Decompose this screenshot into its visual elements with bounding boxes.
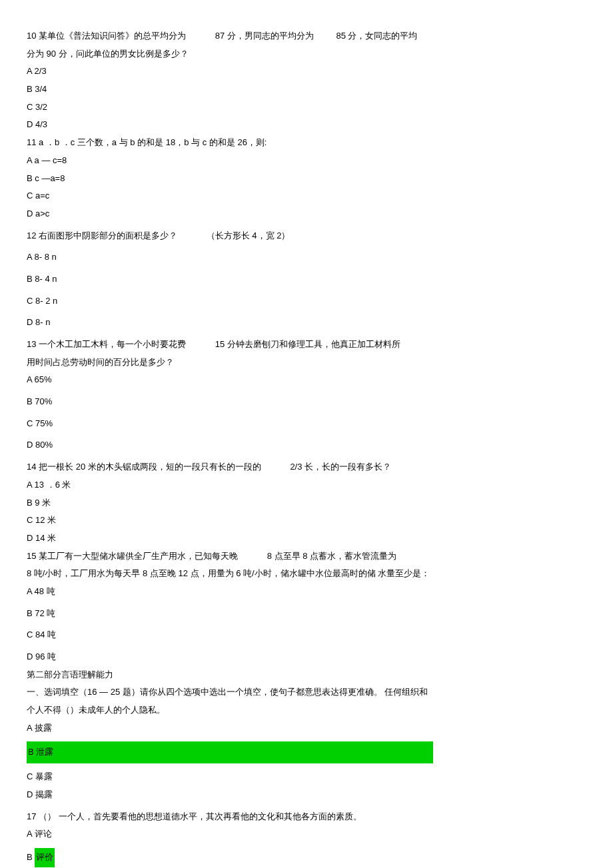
q15-p1: 15 某工厂有一大型储水罐供全厂生产用水，已知每天晚 <box>27 551 238 561</box>
q13-opt-a: A 65% <box>27 372 586 388</box>
q12-text: 12 右面图形中阴影部分的面积是多少？ （长方形长 4，宽 2） <box>27 228 586 244</box>
section2-intro2: 个人不得（）未成年人的个人隐私。 <box>27 702 586 719</box>
q15-p2: 8 点至早 8 点蓄水，蓄水管流量为 <box>267 551 396 561</box>
q13-opt-b: B 70% <box>27 394 586 410</box>
q14-opt-d: D 14 米 <box>27 530 586 547</box>
q14-p1: 14 把一根长 20 米的木头锯成两段，短的一段只有长的一段的 <box>27 462 261 472</box>
q13-opt-c: C 75% <box>27 416 586 432</box>
q16-opt-b-highlight: B 泄露 <box>27 741 433 763</box>
q13-p1: 13 一个木工加工木料，每一个小时要花费 <box>27 339 186 349</box>
q17-b-highlight: 评价 <box>35 848 55 867</box>
q10-opt-c: C 3/2 <box>27 99 586 116</box>
q16-opt-d: D 揭露 <box>27 787 586 803</box>
q13-text: 13 一个木工加工木料，每一个小时要花费 15 分钟去磨刨刀和修理工具，他真正加… <box>27 336 586 353</box>
q14-text: 14 把一根长 20 米的木头锯成两段，短的一段只有长的一段的 2/3 长，长的… <box>27 459 586 476</box>
q14-opt-c: C 12 米 <box>27 512 586 529</box>
q15-opt-d: D 96 吨 <box>27 649 586 665</box>
q10-p3: 85 分，女同志的平均 <box>336 31 417 41</box>
q10-opt-b: B 3/4 <box>27 81 586 98</box>
q12-opt-a: A 8- 8 n <box>27 249 586 266</box>
q15-opt-a: A 48 吨 <box>27 584 586 600</box>
q11-text: 11 a ．b ．c 三个数，a 与 b 的和是 18，b 与 c 的和是 26… <box>27 135 586 151</box>
q12-p1: 12 右面图形中阴影部分的面积是多少？ <box>27 230 177 240</box>
q12-opt-c: C 8- 2 n <box>27 293 586 310</box>
q15-opt-b: B 72 吨 <box>27 606 586 622</box>
section2-intro1: 一、选词填空（16 — 25 题）请你从四个选项中选出一个填空，使句子都意思表达… <box>27 684 586 701</box>
q13-text2: 用时间占总劳动时间的百分比是多少？ <box>27 354 586 371</box>
q10-p2: 87 分，男同志的平均分为 <box>215 31 314 41</box>
q17-text: 17 （） 一个人，首先要看他的思想道德水平，其次再看他的文化和其他各方面的素质… <box>27 809 586 825</box>
q13-p2: 15 分钟去磨刨刀和修理工具，他真正加工材料所 <box>215 339 400 349</box>
q15-opt-c: C 84 吨 <box>27 627 586 644</box>
q10-p1: 10 某单位《普法知识问答》的总平均分为 <box>27 31 186 41</box>
q15-text2: 8 吨/小时，工厂用水为每天早 8 点至晚 12 点，用量为 6 吨/小时，储水… <box>27 566 586 582</box>
q14-opt-a: A 13 ．6 米 <box>27 477 586 494</box>
q10-text2: 分为 90 分，问此单位的男女比例是多少？ <box>27 46 586 63</box>
q14-p2: 2/3 长，长的一段有多长？ <box>290 462 391 472</box>
q12-opt-b: B 8- 4 n <box>27 271 586 288</box>
q11-opt-b: B c —a=8 <box>27 171 586 187</box>
q11-opt-d: D a>c <box>27 206 586 222</box>
q10-opt-d: D 4/3 <box>27 117 586 133</box>
q10-text: 10 某单位《普法知识问答》的总平均分为 87 分，男同志的平均分为 85 分，… <box>27 28 586 45</box>
q15-text: 15 某工厂有一大型储水罐供全厂生产用水，已知每天晚 8 点至早 8 点蓄水，蓄… <box>27 548 586 565</box>
q11-opt-c: C a=c <box>27 188 586 205</box>
q17-opt-a: A 评论 <box>27 826 586 843</box>
q11-opt-a: A a — c=8 <box>27 153 586 169</box>
q16-opt-a: A 披露 <box>27 720 586 737</box>
q14-opt-b: B 9 米 <box>27 495 586 512</box>
q17-opt-b: B 评价 <box>27 848 586 867</box>
q17-b-prefix: B <box>27 852 35 862</box>
q12-opt-d: D 8- n <box>27 314 586 331</box>
q16-opt-c: C 暴露 <box>27 769 586 785</box>
q13-opt-d: D 80% <box>27 437 586 454</box>
section2-title: 第二部分言语理解能力 <box>27 667 586 683</box>
q12-p2: （长方形长 4，宽 2） <box>207 230 291 240</box>
q10-opt-a: A 2/3 <box>27 63 586 80</box>
